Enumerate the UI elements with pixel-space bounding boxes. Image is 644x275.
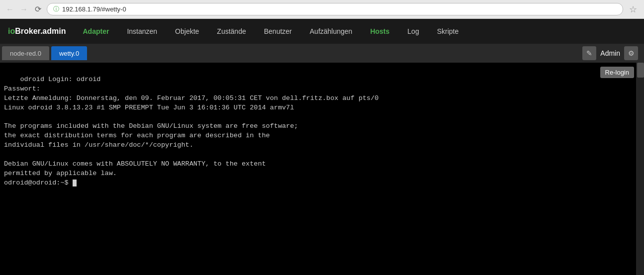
nav-tab-zustaende[interactable]: Zustände — [208, 19, 255, 44]
url-text: 192.168.1.79/#wetty-0 — [62, 5, 126, 13]
nav-tab-aufzaehlungen[interactable]: Aufzählungen — [301, 19, 362, 44]
tab-node-red[interactable]: node-red.0 — [2, 46, 49, 60]
app-nav: ioioBroker.adminBroker.admin Adapter Ins… — [0, 19, 644, 44]
terminal-cursor — [73, 180, 77, 186]
back-button[interactable]: ← — [5, 4, 15, 14]
nav-tab-benutzer[interactable]: Benutzer — [255, 19, 301, 44]
app-logo: ioioBroker.adminBroker.admin — [0, 19, 74, 44]
nav-tab-instanzen[interactable]: Instanzen — [118, 19, 166, 44]
nav-tab-objekte[interactable]: Objekte — [166, 19, 208, 44]
gear-button[interactable]: ⚙ — [624, 46, 638, 60]
nav-tab-adapter[interactable]: Adapter — [74, 19, 118, 44]
terminal-text: odroid Login: odroid Passwort: Letzte An… — [4, 76, 378, 186]
tab-wetty[interactable]: wetty.0 — [51, 46, 87, 60]
scrollbar-thumb[interactable] — [637, 63, 644, 78]
nav-tab-log[interactable]: Log — [398, 19, 428, 44]
browser-bar: ← → ⟳ ⓘ 192.168.1.79/#wetty-0 ☆ — [0, 0, 644, 19]
address-bar[interactable]: ⓘ 192.168.1.79/#wetty-0 — [47, 3, 623, 15]
relogin-button[interactable]: Re-login — [600, 67, 634, 78]
forward-button[interactable]: → — [19, 4, 29, 14]
bookmark-button[interactable]: ☆ — [627, 3, 639, 15]
nav-tabs: Adapter Instanzen Objekte Zustände Benut… — [74, 19, 467, 44]
edit-button[interactable]: ✎ — [582, 46, 596, 60]
lock-icon: ⓘ — [53, 5, 59, 13]
reload-button[interactable]: ⟳ — [33, 4, 43, 14]
tab-bar: node-red.0 wetty.0 ✎ Admin ⚙ — [0, 44, 644, 63]
nav-tab-skripte[interactable]: Skripte — [428, 19, 468, 44]
logo-highlight: io — [8, 27, 15, 36]
admin-label: Admin — [600, 49, 620, 57]
tab-bar-right: ✎ Admin ⚙ — [582, 46, 642, 60]
nav-tab-hosts[interactable]: Hosts — [361, 19, 398, 44]
terminal-content: odroid Login: odroid Passwort: Letzte An… — [4, 66, 640, 197]
terminal-container[interactable]: odroid Login: odroid Passwort: Letzte An… — [0, 63, 644, 275]
scrollbar[interactable] — [636, 63, 644, 275]
